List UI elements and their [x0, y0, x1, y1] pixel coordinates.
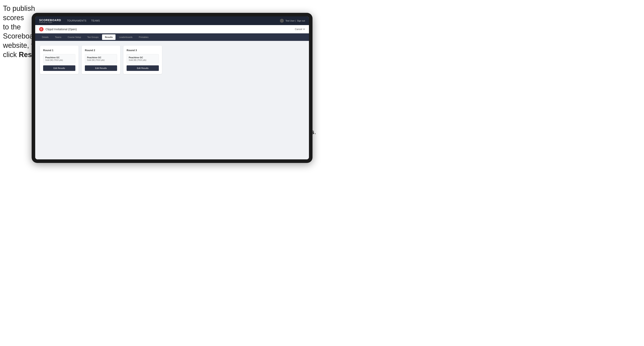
logo-sub: Powered by clippd: [39, 22, 61, 23]
edit-results-button-2[interactable]: Edit Results: [85, 65, 117, 71]
course-details-1: Gold (M) (7010 yds): [45, 59, 73, 61]
nav-tournaments[interactable]: TOURNAMENTS: [67, 19, 86, 22]
course-name-3: Peachtree GC: [129, 56, 157, 59]
tab-tee-groups[interactable]: Tee Groups: [84, 34, 101, 40]
round-2-title: Round 2: [85, 49, 117, 52]
title-bar: C Clippd Invitational (Open) Cancel ✕: [35, 25, 309, 33]
nav-teams[interactable]: TEAMS: [91, 19, 100, 22]
course-details-2: Gold (M) (7010 yds): [87, 59, 115, 61]
round-card-3: Round 3 Peachtree GC Gold (M) (7010 yds)…: [124, 46, 162, 74]
tab-nav: Details Teams Course Setup Tee Groups Re…: [35, 33, 309, 41]
tab-leaderboards[interactable]: Leaderboards: [116, 34, 135, 40]
logo-area: SCOREBOARD Powered by clippd: [39, 18, 61, 23]
close-icon: ✕: [303, 28, 305, 31]
user-info: Test User | Sign out: [286, 19, 305, 22]
tournament-title: Clippd Invitational (Open): [46, 28, 295, 31]
course-card-3: Peachtree GC Gold (M) (7010 yds): [126, 54, 159, 63]
round-card-1: Round 1 Peachtree GC Gold (M) (7010 yds)…: [40, 46, 78, 74]
edit-results-button-3[interactable]: Edit Results: [126, 65, 159, 71]
top-nav: SCOREBOARD Powered by clippd TOURNAMENTS…: [35, 16, 309, 25]
user-avatar: [280, 19, 284, 23]
round-card-2: Round 2 Peachtree GC Gold (M) (7010 yds)…: [82, 46, 120, 74]
tournament-icon: C: [39, 27, 44, 31]
course-name-2: Peachtree GC: [87, 56, 115, 59]
logo-text: SCOREBOARD: [39, 18, 61, 22]
main-content: Round 1 Peachtree GC Gold (M) (7010 yds)…: [35, 41, 309, 159]
round-1-title: Round 1: [43, 49, 75, 52]
round-3-title: Round 3: [126, 49, 159, 52]
tab-course-setup[interactable]: Course Setup: [65, 34, 84, 40]
course-card-1: Peachtree GC Gold (M) (7010 yds): [43, 54, 75, 63]
tab-teams[interactable]: Teams: [52, 34, 64, 40]
rounds-grid: Round 1 Peachtree GC Gold (M) (7010 yds)…: [40, 46, 304, 74]
tab-printables[interactable]: Printables: [136, 34, 151, 40]
course-name-1: Peachtree GC: [45, 56, 73, 59]
tablet-frame: SCOREBOARD Powered by clippd TOURNAMENTS…: [32, 13, 312, 163]
course-details-3: Gold (M) (7010 yds): [129, 59, 157, 61]
course-card-2: Peachtree GC Gold (M) (7010 yds): [85, 54, 117, 63]
cancel-button[interactable]: Cancel ✕: [295, 28, 305, 31]
tab-details[interactable]: Details: [39, 34, 52, 40]
tab-results[interactable]: Results: [102, 34, 116, 40]
nav-right: Test User | Sign out: [280, 19, 305, 23]
nav-links: TOURNAMENTS TEAMS: [67, 19, 280, 22]
edit-results-button-1[interactable]: Edit Results: [43, 65, 75, 71]
signout-link[interactable]: Sign out: [297, 19, 305, 22]
tablet-screen: SCOREBOARD Powered by clippd TOURNAMENTS…: [35, 16, 309, 159]
